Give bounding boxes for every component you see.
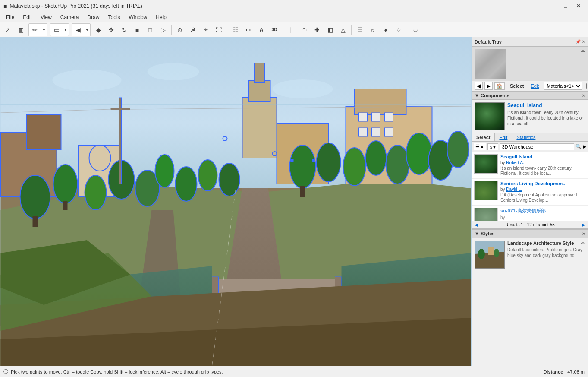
menu-item-camera[interactable]: Camera — [56, 13, 83, 21]
statusbar: ⓘ Pick two points to move. Ctrl = toggle… — [0, 366, 588, 377]
component-home-button[interactable]: ⌂▼ — [487, 143, 499, 150]
3d-text-button[interactable]: 3D — [268, 24, 280, 36]
protractor-button[interactable]: ◠ — [298, 24, 310, 36]
status-info: ⓘ Pick two points to move. Ctrl = toggle… — [3, 368, 539, 375]
material-home-button[interactable]: 🏠 — [494, 82, 505, 90]
profile-button[interactable]: ☺ — [409, 24, 421, 36]
component-list-item[interactable]: Seniors Living Developmen... by David L.… — [472, 179, 588, 206]
component-list-name-3[interactable]: su-071-高尔夫俱乐部 — [500, 208, 586, 214]
text-tool-button[interactable]: A — [255, 24, 267, 36]
component-list-info-3: su-071-高尔夫俱乐部 by — [500, 208, 586, 221]
push-pull-button[interactable]: ◀ — [72, 24, 84, 36]
material-refresh-button[interactable]: ↻ — [586, 83, 588, 89]
component-list[interactable]: Seagull Island by Robert A. It's an isla… — [472, 152, 588, 221]
component-list-name-1[interactable]: Seagull Island — [500, 154, 586, 159]
component-author-link-1[interactable]: Robert A. — [506, 160, 524, 165]
axes-button[interactable]: ✚ — [311, 24, 323, 36]
scale-tool-button[interactable]: ■ — [131, 24, 143, 36]
tape-measure-button[interactable]: ∥ — [285, 24, 297, 36]
component-search-icon[interactable]: 🔍 — [575, 144, 582, 149]
follow-me-button[interactable]: ▷ — [157, 24, 169, 36]
menu-item-tools[interactable]: Tools — [104, 13, 125, 21]
component-author-link-2[interactable]: David L. — [506, 187, 522, 192]
materials-dropdown[interactable]: Materials<1> — [544, 82, 582, 90]
material-forward-button[interactable]: ▶ — [484, 82, 493, 90]
shape-dropdown[interactable]: ▼ — [63, 24, 69, 36]
component-search-input[interactable] — [500, 143, 574, 150]
close-button[interactable]: ✕ — [572, 2, 585, 10]
minimize-button[interactable]: − — [547, 2, 559, 10]
tray-close-button[interactable]: ✕ — [582, 39, 585, 44]
distance-label: Distance — [543, 369, 563, 374]
style-options-icon[interactable]: ✏ — [581, 241, 585, 247]
paint-bucket-button[interactable]: ◆ — [92, 24, 104, 36]
menu-item-view[interactable]: View — [36, 13, 56, 21]
component-list-name-2[interactable]: Seniors Living Developmen... — [500, 181, 586, 186]
component-list-item[interactable]: Seagull Island by Robert A. It's an isla… — [472, 152, 588, 179]
component-list-info-2: Seniors Living Developmen... by David L.… — [500, 181, 586, 203]
component-description: It's an island town- early 20th century.… — [507, 110, 585, 127]
materials-select-tab[interactable]: Select — [508, 82, 525, 89]
pan-tool-button[interactable]: ☭ — [187, 24, 199, 36]
match-photo-button[interactable]: ♢ — [393, 24, 405, 36]
zoom-tool-button[interactable]: ⌖ — [200, 24, 212, 36]
component-search-nav[interactable]: ▶ — [583, 144, 586, 149]
tray-pin-button[interactable]: 📌 — [575, 39, 581, 44]
pencil-button[interactable]: ✏ — [29, 24, 41, 36]
component-edit-tab[interactable]: Edit — [495, 133, 512, 141]
svg-rect-8 — [359, 128, 368, 136]
svg-point-57 — [53, 70, 122, 91]
svg-point-43 — [406, 133, 432, 174]
model-info-button[interactable]: ☰ — [354, 24, 366, 36]
component-select-tab[interactable]: Select — [472, 133, 495, 141]
eraser-tool-button[interactable]: ▦ — [15, 24, 27, 36]
toolbar-separator-5 — [407, 25, 407, 35]
menu-item-help[interactable]: Help — [151, 13, 171, 21]
maximize-button[interactable]: □ — [560, 2, 572, 10]
title-text: Malavida.skp - SketchUp Pro 2021 (31 day… — [9, 3, 142, 9]
dimensions-button[interactable]: ↦ — [242, 24, 255, 36]
push-pull-2-button[interactable]: □ — [144, 24, 156, 36]
component-next-page[interactable]: ▶ — [582, 222, 585, 227]
menu-item-window[interactable]: Window — [125, 13, 152, 21]
move-tool-button[interactable]: ✥ — [105, 24, 117, 36]
menu-item-draw[interactable]: Draw — [83, 13, 104, 21]
svg-rect-50 — [291, 159, 294, 162]
orbit-tool-button[interactable]: ⊙ — [174, 24, 186, 36]
component-statistics-tab[interactable]: Statistics — [512, 133, 540, 141]
material-edit-icon[interactable]: ✏ — [581, 48, 585, 54]
pencil-dropdown[interactable]: ▼ — [41, 24, 47, 36]
styles-section-close[interactable]: ✕ — [582, 231, 585, 236]
components-section-header[interactable]: ▼ Components ✕ — [472, 91, 588, 100]
svg-point-48 — [219, 163, 240, 196]
svg-rect-30 — [33, 216, 38, 227]
material-back-button[interactable]: ◀ — [475, 82, 483, 90]
components-button[interactable]: ☷ — [230, 24, 242, 36]
select-tool-button[interactable]: ↗ — [2, 24, 14, 36]
rotate-tool-button[interactable]: ↻ — [118, 24, 130, 36]
section-plane-button[interactable]: ◧ — [324, 24, 336, 36]
distance-value: 47.08 m — [567, 369, 585, 374]
shape-button[interactable]: ▭ — [50, 24, 63, 36]
push-pull-dropdown[interactable]: ▼ — [84, 24, 90, 36]
component-list-author-3: by — [500, 215, 586, 220]
menu-item-edit[interactable]: Edit — [19, 13, 36, 21]
materials-edit-tab[interactable]: Edit — [529, 82, 541, 89]
component-list-item[interactable]: su-071-高尔夫俱乐部 by — [472, 206, 588, 221]
style-info: Landscape Architecture Style Default fac… — [507, 241, 585, 269]
fog-button[interactable]: ♦ — [380, 24, 392, 36]
component-list-desc-1: It's an island town- early 20th century.… — [500, 166, 586, 176]
component-view-button[interactable]: ☰▲ — [474, 143, 486, 150]
components-panel: Seagull Island It's an island town- earl… — [472, 100, 588, 229]
menu-item-file[interactable]: File — [2, 13, 19, 21]
shadows-button[interactable]: ☼ — [367, 24, 379, 36]
walk-tool-button[interactable]: △ — [337, 24, 349, 36]
pagination-text: Results 1 - 12 of about 55 — [505, 222, 555, 227]
zoom-extents-button[interactable]: ⛶ — [213, 24, 225, 36]
styles-section-header[interactable]: ▼ Styles ✕ — [472, 229, 588, 238]
components-section-close[interactable]: ✕ — [582, 93, 585, 98]
viewport[interactable] — [0, 37, 472, 366]
svg-point-66 — [478, 249, 485, 259]
component-prev-page[interactable]: ◀ — [475, 222, 478, 227]
component-list-author-2: by David L. — [500, 187, 586, 192]
